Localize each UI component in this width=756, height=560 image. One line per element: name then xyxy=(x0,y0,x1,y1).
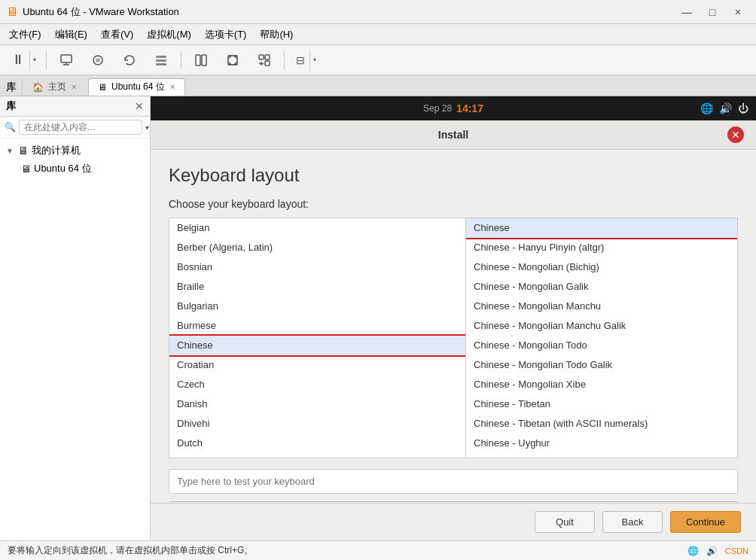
revert-snapshot-button[interactable] xyxy=(116,49,143,72)
tab-vm-label: Ubuntu 64 位 xyxy=(111,81,165,93)
menu-view[interactable]: 查看(V) xyxy=(95,26,139,43)
variant-item-tibetan[interactable]: Chinese - Tibetan xyxy=(466,394,737,414)
tab-home[interactable]: 🏠 主页 ✕ xyxy=(23,78,87,96)
lang-item-dzongkha[interactable]: Dzongkha xyxy=(169,453,465,458)
svg-rect-0 xyxy=(61,55,72,62)
svg-rect-7 xyxy=(156,63,166,65)
svg-rect-6 xyxy=(156,59,166,62)
minimize-button[interactable]: — xyxy=(675,5,699,20)
vm-node-icon: 🖥 xyxy=(21,163,31,175)
more-button[interactable]: ⊟ ▾ xyxy=(291,49,320,72)
lang-item-bulgarian[interactable]: Bulgarian xyxy=(169,297,465,316)
sidebar-close-button[interactable]: ✕ xyxy=(135,100,144,112)
test-keyboard-input[interactable] xyxy=(169,469,738,494)
tab-home-label: 主页 xyxy=(48,81,66,93)
sound-status-icon: 🔊 xyxy=(706,546,718,556)
lang-item-bosnian[interactable]: Bosnian xyxy=(169,257,465,277)
menu-help[interactable]: 帮助(H) xyxy=(254,26,299,43)
variant-item-mongolian-bichig[interactable]: Chinese - Mongolian (Bichig) xyxy=(466,257,737,277)
my-computer-label: 我的计算机 xyxy=(32,144,81,157)
send-ctrl-alt-del-button[interactable] xyxy=(53,49,80,72)
lang-item-braille[interactable]: Braille xyxy=(169,277,465,297)
tab-home-close[interactable]: ✕ xyxy=(71,83,77,91)
tab-vm-close[interactable]: ✕ xyxy=(169,83,175,91)
continue-button[interactable]: Continue xyxy=(670,511,741,533)
keyboard-layout-title: Keyboard layout xyxy=(169,165,738,186)
main-area: 库 ✕ 🔍 ▾ ▼ 🖥 我的计算机 🖥 Ubuntu 64 位 Sep 28 xyxy=(0,96,756,540)
test-keyboard-area xyxy=(169,469,738,494)
back-button[interactable]: Back xyxy=(602,511,663,533)
app-title: Ubuntu 64 位 - VMware Workstation xyxy=(23,5,670,19)
tab-bar: 库 🏠 主页 ✕ 🖥 Ubuntu 64 位 ✕ xyxy=(0,75,756,96)
variant-item-hanyu-pinyin[interactable]: Chinese - Hanyu Pinyin (altgr) xyxy=(466,238,737,257)
power-icon: ⏸ xyxy=(7,50,30,71)
view-button[interactable] xyxy=(187,49,215,72)
computer-icon: 🖥 xyxy=(18,145,29,157)
lang-item-croatian[interactable]: Croatian xyxy=(169,355,465,375)
lang-item-dutch[interactable]: Dutch xyxy=(169,434,465,453)
expand-icon: ▼ xyxy=(6,147,15,155)
vm-time: 14:17 xyxy=(456,102,483,114)
manage-icon xyxy=(154,53,168,67)
svg-rect-12 xyxy=(265,55,270,59)
variant-item-chinese[interactable]: Chinese xyxy=(466,218,737,238)
lang-item-burmese[interactable]: Burmese xyxy=(169,316,465,336)
keyboard-layout-subtitle: Choose your keyboard layout: xyxy=(169,198,738,210)
vm-area: Sep 28 14:17 🌐 🔊 ⏻ Install ✕ Keyboard la… xyxy=(151,96,756,540)
variant-item-tibetan-ascii[interactable]: Chinese - Tibetan (with ASCII numerals) xyxy=(466,414,737,434)
search-input[interactable] xyxy=(19,120,142,135)
lang-item-berber[interactable]: Berber (Algeria, Latin) xyxy=(169,238,465,257)
home-icon: 🏠 xyxy=(32,82,44,93)
variant-item-mongolian-todo[interactable]: Chinese - Mongolian Todo xyxy=(466,336,737,355)
language-list[interactable]: Belgian Berber (Algeria, Latin) Bosnian … xyxy=(169,218,466,458)
sidebar-header: 库 ✕ xyxy=(0,96,150,117)
power-button[interactable]: ⏸ ▾ xyxy=(6,49,40,72)
more-icon: ⊟ xyxy=(291,50,310,71)
status-bar: 要将输入定向到该虚拟机，请在虚拟机内部单击或按 Ctrl+G。 🌐 🔊 CSDN xyxy=(0,540,756,560)
more-dropdown-icon: ▾ xyxy=(310,56,319,63)
tab-vm[interactable]: 🖥 Ubuntu 64 位 ✕ xyxy=(88,78,185,96)
maximize-button[interactable]: □ xyxy=(700,5,724,20)
unity-button[interactable] xyxy=(251,49,278,72)
volume-icon: 🔊 xyxy=(719,102,732,114)
lang-item-belgian[interactable]: Belgian xyxy=(169,218,465,238)
search-dropdown-icon[interactable]: ▾ xyxy=(145,123,149,132)
lang-item-danish[interactable]: Danish xyxy=(169,394,465,414)
menu-bar: 文件(F) 编辑(E) 查看(V) 虚拟机(M) 选项卡(T) 帮助(H) xyxy=(0,24,756,45)
tree-ubuntu-vm[interactable]: 🖥 Ubuntu 64 位 xyxy=(0,160,150,178)
lang-item-czech[interactable]: Czech xyxy=(169,375,465,394)
variant-item-mongolian-manchu[interactable]: Chinese - Mongolian Manchu xyxy=(466,297,737,316)
variant-item-mongolian-xibe[interactable]: Chinese - Mongolian Xibe xyxy=(466,375,737,394)
install-close-button[interactable]: ✕ xyxy=(727,126,744,143)
manage-snapshots-button[interactable] xyxy=(148,49,175,72)
status-text: 要将输入定向到该虚拟机，请在虚拟机内部单击或按 Ctrl+G。 xyxy=(8,544,253,557)
lang-item-dhivehi[interactable]: Dhivehi xyxy=(169,414,465,434)
layout-lists: Belgian Berber (Algeria, Latin) Bosnian … xyxy=(169,218,738,458)
take-snapshot-button[interactable] xyxy=(84,49,111,72)
close-button[interactable]: × xyxy=(726,5,750,20)
variant-item-uyghur[interactable]: Chinese - Uyghur xyxy=(466,434,737,453)
toolbar-separator-1 xyxy=(46,51,47,69)
menu-tab[interactable]: 选项卡(T) xyxy=(199,26,253,43)
variant-item-mongolian-todo-galik[interactable]: Chinese - Mongolian Todo Galik xyxy=(466,355,737,375)
menu-edit[interactable]: 编辑(E) xyxy=(49,26,93,43)
fullscreen-icon xyxy=(226,53,239,67)
window-controls: — □ × xyxy=(675,5,750,20)
menu-vm[interactable]: 虚拟机(M) xyxy=(141,26,197,43)
view-icon xyxy=(194,53,208,67)
svg-point-4 xyxy=(96,58,100,62)
svg-rect-8 xyxy=(196,55,200,65)
variant-item-mongolian-galik[interactable]: Chinese - Mongolian Galik xyxy=(466,277,737,297)
menu-file[interactable]: 文件(F) xyxy=(3,26,47,43)
variant-item-mongolian-manchu-galik[interactable]: Chinese - Mongolian Manchu Galik xyxy=(466,316,737,336)
unity-icon xyxy=(258,53,271,67)
lang-item-chinese[interactable]: Chinese xyxy=(169,336,465,355)
sidebar-search-area: 🔍 ▾ xyxy=(0,117,150,138)
app-icon: 🖥 xyxy=(6,5,18,19)
variant-list[interactable]: Chinese Chinese - Hanyu Pinyin (altgr) C… xyxy=(466,218,738,458)
tree-my-computer[interactable]: ▼ 🖥 我的计算机 xyxy=(0,142,150,160)
svg-rect-13 xyxy=(265,61,270,65)
fullscreen-button[interactable] xyxy=(219,49,246,72)
quit-button[interactable]: Quit xyxy=(535,511,595,533)
vm-datetime: Sep 28 14:17 xyxy=(423,102,483,114)
